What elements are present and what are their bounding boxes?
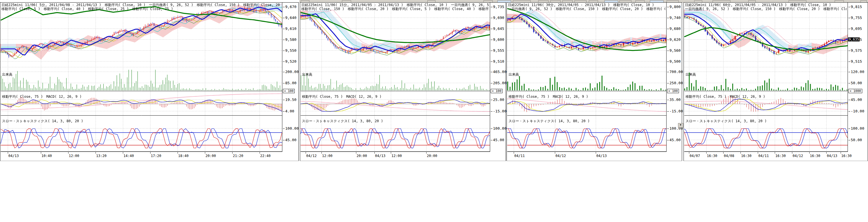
axis-value-label: 465.00 [491,70,506,74]
axis-tick [848,7,850,7]
volume-section-label: 出来高 [302,72,312,77]
axis-value-label: 25.00 [491,97,504,102]
axis-tick [283,40,285,40]
application-workspace: 日経225mini 11/06( 5分, 2011/04/08 - 2011/0… [0,0,868,222]
time-axis-tick [775,152,775,154]
time-axis-label: 13:20 [96,154,106,158]
axis-tick [491,100,492,100]
axis-tick [667,100,669,100]
volume-multiplier-badge: × 100 [491,89,502,93]
axis-divider [666,3,666,152]
time-axis-tick [8,152,8,154]
volume-section-label: 出来高 [508,72,519,77]
time-axis-tick [723,152,723,154]
axis-divider [282,3,282,152]
candlestick-chart-canvas[interactable] [301,3,490,152]
time-axis-label: 04/11 [758,154,769,158]
candlestick-chart-canvas[interactable] [1,3,282,152]
chart-title: 日経225mini 11/06( 60分, 2011/04/05 - 2011/… [685,3,847,7]
time-axis-label: 20:00 [427,154,437,158]
axis-tick [848,51,850,51]
time-axis-tick [306,152,306,154]
scroll-down-button[interactable]: ▼ [678,123,683,128]
time-axis-label: 16:30 [810,154,820,158]
time-axis-label: 04/13 [8,154,19,158]
axis-tick [667,62,669,62]
macd-section-label: 移動平均( Close, 75 ) MACD( 12, 26, 9 ) [2,94,82,99]
axis-value-label: 9,500 [667,59,681,64]
candlestick-chart-canvas[interactable] [507,3,666,152]
axis-value-label: 700.00 [667,70,683,74]
axis-value-label: 9,695 [848,27,862,31]
axis-value-label: 100.00 [848,126,864,131]
volume-section-label: 出来高 [2,72,12,77]
time-axis-tick [706,152,707,154]
axis-tick [848,62,850,62]
axis-value-label: 9,610 [283,27,297,31]
candlestick-chart-canvas[interactable] [684,3,847,152]
chart-indicator-legend: 移動平均( Close, 5 ) 移動平均( Close, 40 ) 移動平均(… [1,7,281,11]
time-axis-label: 16:30 [841,154,851,158]
axis-tick [667,111,669,112]
time-axis-label: 04/07 [689,154,700,158]
axis-value-label: 9,510 [491,59,504,64]
axis-value-label: 9,620 [667,37,681,42]
axis-value-label: 50.00 [848,81,862,85]
chart-title: 日経225mini 11/06( 30分, 2011/04/05 - 2011/… [508,3,665,7]
time-axis-label: 04/13 [375,154,385,158]
time-axis-tick [321,152,322,154]
axis-value-label: -10.00 [848,109,864,113]
axis-value-label: 9,640 [283,15,297,20]
axis-tick [491,18,492,18]
axis-value-label: 9,575 [848,48,862,53]
axis-value-label: 9,670 [283,5,297,9]
axis-tick [848,140,850,140]
time-axis-tick [391,152,391,154]
axis-tick [667,29,669,29]
axis-value-label: 9,580 [283,37,297,42]
axis-value-label: 45.00 [283,138,297,142]
axis-value-label: 200.00 [283,70,299,74]
stochastics-section-label: スロー・ストキャスティクス( 14, 3, 80, 20 ) [685,119,767,124]
axis-value-label: 120.00 [848,70,864,74]
axis-tick [848,72,850,72]
axis-tick [283,111,285,112]
axis-value-label: 45.00 [848,97,862,102]
chart-indicator-legend: 一目均衡表( 9, 26, 52 ) 移動平均( Close, 150 ) 移動… [508,7,665,11]
time-axis-label: 04/12 [306,154,317,158]
axis-tick [283,18,285,18]
time-axis-label: 22:40 [260,154,271,158]
axis-tick [848,83,850,84]
axis-tick [283,83,285,84]
chart-window-5min: 日経225mini 11/06( 5分, 2011/04/08 - 2011/0… [0,2,299,161]
axis-tick [491,111,492,112]
time-axis: 04/1104/1204/13 [507,152,682,159]
axis-value-label: 4.00 [283,109,294,113]
time-axis-tick [205,152,205,154]
axis-divider [847,3,848,152]
axis-tick [848,100,850,100]
time-axis-tick [232,152,232,154]
chart-title: 日経225mini 11/06( 5分, 2011/04/08 - 2011/0… [1,3,281,7]
axis-tick [491,72,492,72]
axis-tick [491,51,492,51]
volume-multiplier-badge: × 100 [283,89,295,93]
chart-indicator-legend: 一目均衡表( 9, 26, 52 ) 移動平均( Close, 150 ) 移動… [685,7,847,11]
volume-multiplier-badge: × 1000 [848,89,862,93]
time-axis-label: 20:00 [206,154,216,158]
time-axis-tick [555,152,555,154]
axis-tick [491,83,492,84]
axis-value-label: 9,555 [491,48,504,53]
axis-tick [667,18,669,18]
time-axis-tick [178,152,178,154]
time-axis-label: 16:30 [741,154,751,158]
axis-tick [491,40,492,40]
stochastics-section-label: スロー・ストキャスティクス( 14, 3, 80, 20 ) [302,119,383,124]
time-axis-tick [259,152,260,154]
axis-value-label: 9,740 [667,15,681,20]
time-axis-tick [596,152,596,154]
time-axis-tick [68,152,68,154]
chart-indicator-legend: 移動平均( Close, 150 ) 移動平均( Close, 20 ) 移動平… [301,7,489,11]
axis-value-label: 85.00 [283,81,297,85]
time-axis-tick [689,152,689,154]
